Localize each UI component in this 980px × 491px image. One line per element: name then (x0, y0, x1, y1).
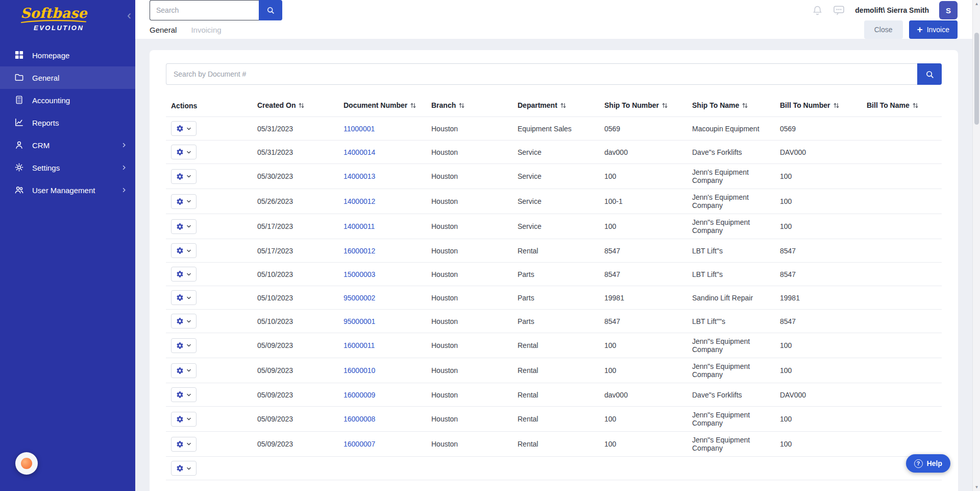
column-header-document-number[interactable]: Document Number (338, 98, 426, 117)
row-actions-button[interactable] (171, 412, 197, 427)
gear-icon (176, 415, 184, 423)
scrollbar-thumb[interactable] (974, 33, 979, 125)
row-actions-button[interactable] (171, 314, 197, 329)
sidebar-item-settings[interactable]: Settings (0, 156, 135, 179)
chat-launcher-button[interactable] (15, 452, 38, 475)
column-header-department[interactable]: Department (512, 98, 599, 117)
messages-button[interactable] (833, 5, 845, 16)
column-header-bill-to-name[interactable]: Bill To Name (862, 98, 942, 117)
sidebar-item-general[interactable]: General (0, 66, 135, 89)
cell-bill-to-number: 100 (775, 333, 862, 358)
row-actions-button[interactable] (171, 387, 197, 402)
sort-icon[interactable] (410, 102, 416, 110)
global-search-input[interactable] (150, 0, 259, 20)
document-number-link[interactable]: 14000013 (344, 172, 375, 180)
cell-created-on: 05/09/2023 (252, 383, 338, 407)
cell-bill-to-number: 8547 (775, 263, 862, 286)
cell-department: Service (512, 189, 599, 214)
vertical-scrollbar[interactable]: ▲ ▼ (972, 0, 980, 491)
cell-ship-to-name: LBT Lift"s (687, 239, 775, 263)
row-actions-button[interactable] (171, 194, 197, 209)
sort-icon[interactable] (560, 102, 567, 110)
row-actions-button[interactable] (171, 363, 197, 378)
document-number-link[interactable]: 95000002 (344, 294, 375, 302)
document-number-link[interactable]: 16000008 (344, 415, 375, 423)
app-root: Softbase EVOLUTION ‹ HomepageGeneralAcco… (0, 0, 980, 491)
scroll-down-arrow-icon[interactable]: ▼ (973, 485, 980, 489)
gear-icon (176, 198, 184, 205)
avatar[interactable]: S (939, 1, 958, 19)
cell-ship-to-number: 100 (599, 407, 687, 432)
cell-ship-to-name: Jenn"s Equipment Company (687, 407, 775, 432)
sort-icon[interactable] (458, 102, 465, 110)
row-actions-button[interactable] (171, 169, 197, 184)
table-row: 05/10/202315000003HoustonParts8547LBT Li… (166, 263, 942, 286)
global-search-button[interactable] (259, 0, 282, 20)
column-header-bill-to-number[interactable]: Bill To Number (775, 98, 862, 117)
document-number-link[interactable]: 14000014 (344, 148, 375, 156)
document-number-link[interactable]: 16000010 (344, 366, 375, 375)
cell-created-on: 05/10/2023 (252, 310, 338, 333)
row-actions-button[interactable] (171, 121, 197, 136)
document-search-input[interactable] (166, 63, 917, 85)
sidebar-item-crm[interactable]: CRM (0, 134, 135, 156)
cell-department: Rental (512, 407, 599, 432)
document-number-link[interactable]: 16000012 (344, 247, 375, 255)
row-actions-button[interactable] (171, 437, 197, 452)
column-header-created-on[interactable]: Created On (252, 98, 338, 117)
document-number-link[interactable]: 16000011 (344, 341, 375, 349)
document-number-link[interactable]: 95000001 (344, 317, 375, 325)
cell-branch: Houston (426, 432, 512, 457)
tab-invoicing[interactable]: Invoicing (191, 26, 221, 34)
column-header-ship-to-name[interactable]: Ship To Name (687, 98, 775, 117)
brand-softbase: Softbase (20, 6, 87, 20)
sidebar-item-reports[interactable]: Reports (0, 111, 135, 134)
sort-icon[interactable] (742, 102, 748, 110)
document-number-link[interactable]: 15000003 (344, 270, 375, 278)
table-row: 05/09/202316000011HoustonRental100Jenn"s… (166, 333, 942, 358)
sort-icon[interactable] (662, 102, 668, 110)
cell-bill-to-number: 8547 (775, 310, 862, 333)
document-number-link[interactable]: 14000012 (344, 197, 375, 205)
cell-ship-to-name: Jenn's Equipment Company (687, 189, 775, 214)
scroll-up-arrow-icon[interactable]: ▲ (973, 2, 980, 6)
sidebar-item-homepage[interactable]: Homepage (0, 44, 135, 66)
cell-ship-to-name: LBT Lift"s (687, 263, 775, 286)
row-actions-button[interactable] (171, 145, 197, 159)
gear-icon (176, 247, 184, 254)
document-search-button[interactable] (917, 63, 942, 85)
content-area: ActionsCreated OnDocument NumberBranchDe… (135, 39, 980, 491)
sort-icon[interactable] (912, 102, 919, 110)
table-row: 05/09/202316000007HoustonRental100Jenn"s… (166, 432, 942, 457)
sidebar-item-accounting[interactable]: Accounting (0, 89, 135, 111)
tab-general[interactable]: General (150, 26, 177, 34)
cell-created-on: 05/30/2023 (252, 164, 338, 189)
row-actions-button[interactable] (171, 461, 197, 476)
row-actions-button[interactable] (171, 219, 197, 234)
row-actions-button[interactable] (171, 338, 197, 353)
row-actions-button[interactable] (171, 267, 197, 282)
cell-department: Parts (512, 310, 599, 333)
cell-branch: Houston (426, 263, 512, 286)
notifications-button[interactable] (812, 5, 823, 16)
sort-icon[interactable] (298, 102, 305, 110)
document-number-link[interactable]: 16000009 (344, 391, 375, 399)
help-button[interactable]: ? Help (906, 454, 950, 473)
row-actions-button[interactable] (171, 290, 197, 305)
sidebar-item-user-management[interactable]: User Management (0, 179, 135, 201)
close-button[interactable]: Close (864, 20, 903, 39)
document-number-link[interactable]: 14000011 (344, 222, 375, 230)
column-header-ship-to-number[interactable]: Ship To Number (599, 98, 687, 117)
add-invoice-button[interactable]: + Invoice (909, 20, 958, 39)
cell-document-number: 14000013 (338, 164, 426, 189)
chevron-down-icon (186, 392, 191, 398)
row-actions-button[interactable] (171, 243, 197, 258)
cell-created-on: 05/09/2023 (252, 358, 338, 383)
sort-icon[interactable] (833, 102, 840, 110)
document-number-link[interactable]: 11000001 (344, 125, 375, 133)
cell-created-on: 05/09/2023 (252, 407, 338, 432)
logo-row: Softbase EVOLUTION ‹ (0, 0, 135, 37)
sidebar-collapse-button[interactable]: ‹ (127, 9, 131, 21)
column-header-branch[interactable]: Branch (426, 98, 512, 117)
document-number-link[interactable]: 16000007 (344, 440, 375, 448)
